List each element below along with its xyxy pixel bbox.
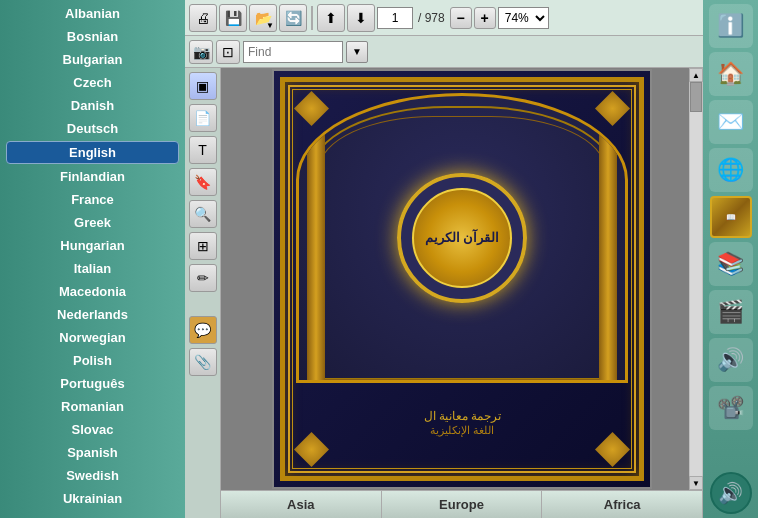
find-dropdown-button[interactable]: ▼ bbox=[346, 41, 368, 63]
right-panel: ℹ️ 🏠 ✉️ 🌐 📖 📚 🎬 🔊 📽️ 🔊 bbox=[703, 0, 758, 518]
text-tool[interactable]: T bbox=[189, 136, 217, 164]
sidebar-item-france[interactable]: France bbox=[6, 189, 179, 210]
bookmark-tool[interactable]: 🔖 bbox=[189, 168, 217, 196]
cover-subtitle2: اللغة الإنكليزية bbox=[274, 424, 650, 437]
attach-tool[interactable]: 📎 bbox=[189, 348, 217, 376]
scroll-down-arrow[interactable]: ▼ bbox=[689, 476, 703, 490]
sidebar-item-nederlands[interactable]: Nederlands bbox=[6, 304, 179, 325]
email-button[interactable]: ✉️ bbox=[709, 100, 753, 144]
toolbar-second: 📷 ⊡ ▼ bbox=[185, 36, 703, 68]
sidebar-item-italian[interactable]: Italian bbox=[6, 258, 179, 279]
sidebar-item-slovac[interactable]: Slovac bbox=[6, 419, 179, 440]
sidebar-item-albanian[interactable]: Albanian bbox=[6, 3, 179, 24]
page-total: / 978 bbox=[415, 11, 448, 25]
pages-tool[interactable]: ⊞ bbox=[189, 232, 217, 260]
tool-panel: ▣ 📄 T 🔖 🔍 ⊞ ✏ 💬 📎 bbox=[185, 68, 221, 518]
projector-button[interactable]: 📽️ bbox=[709, 386, 753, 430]
language-sidebar: AlbanianBosnianBulgarianCzechDanishDeuts… bbox=[0, 0, 185, 518]
content-area: ▣ 📄 T 🔖 🔍 ⊞ ✏ 💬 📎 bbox=[185, 68, 703, 518]
tab-asia[interactable]: Asia bbox=[221, 491, 382, 518]
sidebar-item-bulgarian[interactable]: Bulgarian bbox=[6, 49, 179, 70]
sidebar-item-ukrainian[interactable]: Ukrainian bbox=[6, 488, 179, 509]
separator-1 bbox=[311, 6, 313, 30]
tab-europe[interactable]: Europe bbox=[382, 491, 543, 518]
pdf-area: القرآن الكريم ترجمة معانية ال اللغة الإن… bbox=[221, 68, 703, 518]
info-button[interactable]: ℹ️ bbox=[709, 4, 753, 48]
volume-button[interactable]: 🔊 bbox=[710, 472, 752, 514]
page-input[interactable]: 1 bbox=[377, 7, 413, 29]
zoom-select[interactable]: 74% bbox=[498, 7, 549, 29]
open-button[interactable]: 📂 ▼ bbox=[249, 4, 277, 32]
sidebar-item-bosnian[interactable]: Bosnian bbox=[6, 26, 179, 47]
forward-button[interactable]: ⬇ bbox=[347, 4, 375, 32]
save-button[interactable]: 💾 bbox=[219, 4, 247, 32]
sidebar-item-danish[interactable]: Danish bbox=[6, 95, 179, 116]
sidebar-item-macedonia[interactable]: Macedonia bbox=[6, 281, 179, 302]
vertical-scrollbar[interactable]: ▲ ▼ bbox=[689, 68, 703, 490]
home-button[interactable]: 🏠 bbox=[709, 52, 753, 96]
sidebar-item-spanish[interactable]: Spanish bbox=[6, 442, 179, 463]
sidebar-item-swedish[interactable]: Swedish bbox=[6, 465, 179, 486]
sidebar-item-deutsch[interactable]: Deutsch bbox=[6, 118, 179, 139]
scroll-up-arrow[interactable]: ▲ bbox=[689, 68, 703, 82]
refresh-button[interactable]: 🔄 bbox=[279, 4, 307, 32]
scroll-track[interactable] bbox=[690, 82, 702, 476]
arabic-title: القرآن الكريم bbox=[425, 230, 500, 247]
sidebar-item-polish[interactable]: Polish bbox=[6, 350, 179, 371]
comment-tool[interactable]: 💬 bbox=[189, 316, 217, 344]
search-tool[interactable]: 🔍 bbox=[189, 200, 217, 228]
page-navigation: 1 / 978 bbox=[377, 7, 448, 29]
zoom-in-button[interactable]: + bbox=[474, 7, 496, 29]
toolbar-top: 🖨 💾 📂 ▼ 🔄 ⬆ ⬇ 1 / 978 − + 74% bbox=[185, 0, 703, 36]
sidebar-item-finlandian[interactable]: Finlandian bbox=[6, 166, 179, 187]
pdf-viewer: القرآن الكريم ترجمة معانية ال اللغة الإن… bbox=[221, 68, 703, 490]
sidebar-item-hungarian[interactable]: Hungarian bbox=[6, 235, 179, 256]
pdf-page: القرآن الكريم ترجمة معانية ال اللغة الإن… bbox=[272, 69, 652, 489]
main-area: 🖨 💾 📂 ▼ 🔄 ⬆ ⬇ 1 / 978 − + 74% 📷 ⊡ ▼ ▣ 📄 bbox=[185, 0, 703, 518]
sidebar-item-greek[interactable]: Greek bbox=[6, 212, 179, 233]
select-tool[interactable]: ▣ bbox=[189, 72, 217, 100]
speaker-button[interactable]: 🔊 bbox=[709, 338, 753, 382]
sidebar-item-português[interactable]: Português bbox=[6, 373, 179, 394]
film-button[interactable]: 🎬 bbox=[709, 290, 753, 334]
sidebar-item-czech[interactable]: Czech bbox=[6, 72, 179, 93]
quran-icon[interactable]: 📖 bbox=[710, 196, 752, 238]
sidebar-item-english[interactable]: English bbox=[6, 141, 179, 164]
books-button[interactable]: 📚 bbox=[709, 242, 753, 286]
scroll-thumb[interactable] bbox=[690, 82, 702, 112]
snapshot-button[interactable]: 📷 bbox=[189, 40, 213, 64]
bottom-tabs: AsiaEuropeAfrica bbox=[221, 490, 703, 518]
document-tool[interactable]: 📄 bbox=[189, 104, 217, 132]
find-input[interactable] bbox=[243, 41, 343, 63]
globe-button[interactable]: 🌐 bbox=[709, 148, 753, 192]
tab-africa[interactable]: Africa bbox=[542, 491, 703, 518]
back-button[interactable]: ⬆ bbox=[317, 4, 345, 32]
zoom-out-button[interactable]: − bbox=[450, 7, 472, 29]
print-button[interactable]: 🖨 bbox=[189, 4, 217, 32]
fit-button[interactable]: ⊡ bbox=[216, 40, 240, 64]
quran-cover: القرآن الكريم ترجمة معانية ال اللغة الإن… bbox=[274, 71, 650, 487]
pen-tool[interactable]: ✏ bbox=[189, 264, 217, 292]
sidebar-item-norwegian[interactable]: Norwegian bbox=[6, 327, 179, 348]
cover-subtitle: ترجمة معانية ال bbox=[274, 409, 650, 424]
sidebar-item-romanian[interactable]: Romanian bbox=[6, 396, 179, 417]
